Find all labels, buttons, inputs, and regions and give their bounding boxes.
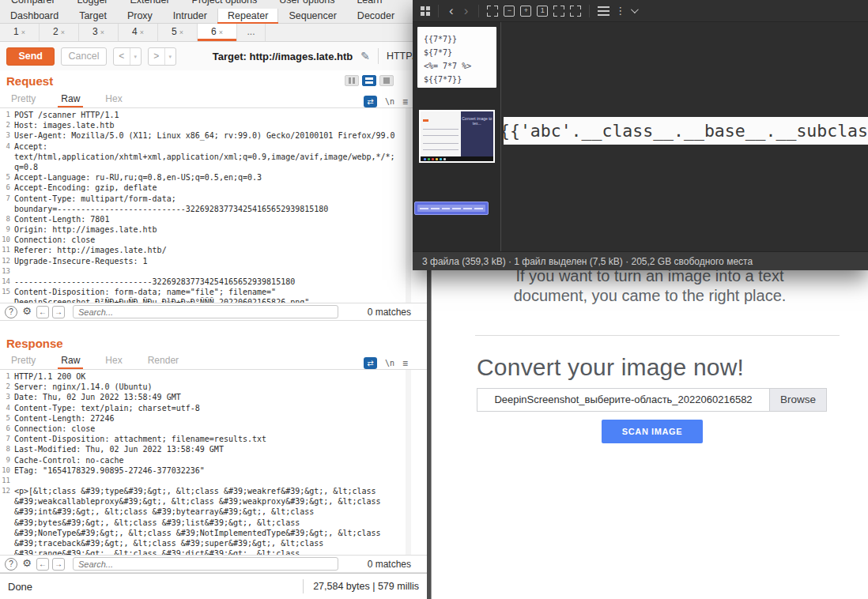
fm-status-text: 3 файла (359,3 kB) · 1 файл выделен (7,5… bbox=[422, 256, 753, 267]
layout-single-icon[interactable] bbox=[379, 75, 394, 86]
tab-comparer[interactable]: Comparer bbox=[0, 0, 66, 8]
tab-hex[interactable]: Hex bbox=[102, 355, 125, 369]
newline-toggle-icon[interactable]: \n bbox=[385, 359, 394, 367]
code-line: 4Accept: bbox=[0, 141, 427, 152]
code-line: 7Content-Type: multipart/form-data; bbox=[0, 194, 427, 204]
close-tab-icon[interactable]: × bbox=[100, 28, 104, 36]
repeater-tab-2[interactable]: 2× bbox=[40, 24, 79, 41]
help-icon[interactable]: ? bbox=[5, 306, 17, 318]
close-tab-icon[interactable]: × bbox=[21, 28, 25, 36]
close-tab-icon[interactable]: × bbox=[61, 28, 65, 36]
close-tab-icon[interactable]: × bbox=[140, 28, 144, 36]
tab-raw[interactable]: Raw bbox=[58, 93, 83, 107]
cancel-button[interactable]: Cancel bbox=[61, 47, 106, 66]
browse-button[interactable]: Browse bbox=[769, 389, 826, 411]
code-line: &#39;NoneType&#39;&gt;, &lt;class &#39;N… bbox=[0, 528, 427, 538]
tab-repeater[interactable]: Repeater bbox=[217, 9, 278, 24]
back-icon[interactable]: ‹ bbox=[447, 4, 456, 17]
request-match-count: 0 matches bbox=[343, 307, 411, 318]
repeater-tab-1[interactable]: 1× bbox=[0, 24, 40, 41]
code-line: q=0.8 bbox=[0, 162, 427, 172]
tab-pretty[interactable]: Pretty bbox=[8, 93, 39, 107]
selected-text-strip-thumbnail[interactable] bbox=[414, 202, 489, 215]
code-line: 9Cache-Control: no-cache bbox=[0, 455, 427, 465]
fit-window-icon[interactable] bbox=[487, 6, 498, 17]
fit-width-icon[interactable] bbox=[553, 6, 564, 17]
search-settings-icon[interactable]: ⚙ bbox=[21, 558, 33, 571]
request-editor[interactable]: 1POST /scanner HTTP/1.12Host: images.lat… bbox=[0, 108, 427, 303]
thumbnails-grid-icon[interactable] bbox=[421, 6, 430, 16]
search-prev-icon[interactable]: ← bbox=[36, 306, 49, 318]
divider bbox=[475, 335, 840, 336]
tab-decoder[interactable]: Decoder bbox=[347, 9, 405, 24]
tab-pretty[interactable]: Pretty bbox=[8, 355, 39, 369]
zoom-in-icon[interactable]: + bbox=[520, 6, 531, 17]
repeater-tab-3[interactable]: 3× bbox=[79, 24, 119, 41]
send-button[interactable]: Send bbox=[6, 47, 55, 66]
chevron-down-icon[interactable] bbox=[631, 6, 639, 13]
tab-render[interactable]: Render bbox=[145, 355, 182, 369]
newline-toggle-icon[interactable]: \n bbox=[385, 97, 394, 106]
tab-target[interactable]: Target bbox=[69, 9, 117, 24]
code-line: 12<p>[&lt;class &#39;type&#39;&gt;, &lt;… bbox=[0, 486, 427, 496]
format-icon[interactable]: ⇄ bbox=[364, 96, 377, 107]
close-tab-icon[interactable]: × bbox=[219, 28, 223, 36]
request-title: Request bbox=[6, 74, 53, 88]
zoom-out-icon[interactable]: − bbox=[504, 6, 515, 17]
close-tab-icon[interactable]: × bbox=[179, 28, 183, 36]
request-search-input[interactable] bbox=[73, 305, 338, 318]
file-name-value: DeepinScreenshot_выберите-область_202206… bbox=[477, 389, 769, 411]
burp-tabs-row: DashboardTargetProxyIntruderRepeaterSequ… bbox=[0, 8, 427, 24]
search-next-icon[interactable]: → bbox=[52, 306, 65, 318]
repeater-tab-6[interactable]: 6× bbox=[198, 24, 237, 41]
response-title: Response bbox=[6, 337, 63, 350]
payload-image-preview: {{'abc'.__class__.__base__.__subclasses_… bbox=[504, 117, 868, 145]
repeater-tab-5[interactable]: 5× bbox=[158, 24, 198, 41]
editor-menu-icon[interactable]: ≡ bbox=[402, 96, 408, 107]
tab-user-options[interactable]: User options bbox=[268, 0, 345, 8]
next-response-button[interactable]: >▾ bbox=[148, 47, 176, 66]
dropdown-icon[interactable]: ▾ bbox=[130, 48, 141, 65]
search-prev-icon[interactable]: ← bbox=[36, 558, 49, 571]
file-upload-control[interactable]: DeepinScreenshot_выберите-область_202206… bbox=[477, 388, 827, 412]
list-view-icon[interactable] bbox=[598, 6, 609, 16]
tab-proxy[interactable]: Proxy bbox=[117, 9, 163, 24]
response-match-count: 0 matches bbox=[343, 559, 411, 570]
thumb-taskbar bbox=[421, 156, 493, 161]
editor-menu-icon[interactable]: ≡ bbox=[402, 358, 408, 369]
kebab-menu-icon[interactable]: ⋮ bbox=[615, 5, 625, 17]
tab-sequencer[interactable]: Sequencer bbox=[278, 9, 346, 24]
screenshot-file-thumbnail[interactable]: Convert image to tex... bbox=[419, 110, 495, 163]
tab-learn[interactable]: Learn bbox=[345, 0, 393, 8]
tab-extender[interactable]: Extender bbox=[119, 0, 181, 8]
layout-columns-icon[interactable] bbox=[345, 75, 359, 86]
fm-status-bar: 3 файла (359,3 kB) · 1 файл выделен (7,5… bbox=[413, 251, 868, 270]
repeater-tab-overflow[interactable]: ... bbox=[237, 24, 266, 41]
help-icon[interactable]: ? bbox=[5, 558, 17, 571]
tab-project-options[interactable]: Project options bbox=[181, 0, 269, 8]
layout-rows-icon[interactable] bbox=[362, 75, 376, 86]
fm-preview-pane[interactable]: {{'abc'.__class__.__base__.__subclasses_… bbox=[501, 22, 868, 251]
fill-window-icon[interactable] bbox=[570, 6, 581, 17]
ssti-text-file-thumbnail[interactable]: {{7*7}} ${7*7} <%= 7*7 %> ${{7*7}} bbox=[417, 27, 496, 88]
response-editor[interactable]: 1HTTP/1.1 200 OK2Server: nginx/1.14.0 (U… bbox=[0, 370, 427, 555]
edit-target-icon[interactable]: ✎ bbox=[360, 50, 370, 62]
tab-hex[interactable]: Hex bbox=[102, 93, 125, 107]
search-next-icon[interactable]: → bbox=[52, 558, 65, 571]
code-line: 8Last-Modified: Thu, 02 Jun 2022 13:58:4… bbox=[0, 444, 427, 454]
tab-raw[interactable]: Raw bbox=[58, 355, 83, 369]
tab-intruder[interactable]: Intruder bbox=[163, 9, 217, 24]
dropdown-icon[interactable]: ▾ bbox=[164, 48, 175, 65]
scan-image-button[interactable]: SCAN IMAGE bbox=[602, 420, 703, 443]
search-settings-icon[interactable]: ⚙ bbox=[21, 306, 33, 318]
fm-toolbar: ‹ › − + 1 ⋮ bbox=[413, 0, 868, 22]
repeater-tab-4[interactable]: 4× bbox=[119, 24, 158, 41]
forward-icon[interactable]: › bbox=[462, 4, 471, 17]
format-icon[interactable]: ⇄ bbox=[364, 357, 377, 369]
actual-size-icon[interactable]: 1 bbox=[537, 6, 548, 17]
thumb-site-pane: Convert image to tex... bbox=[461, 111, 493, 156]
tab-logger[interactable]: Logger bbox=[66, 0, 119, 8]
prev-response-button[interactable]: <▾ bbox=[113, 47, 142, 66]
response-search-input[interactable] bbox=[73, 557, 338, 571]
tab-dashboard[interactable]: Dashboard bbox=[0, 9, 69, 24]
